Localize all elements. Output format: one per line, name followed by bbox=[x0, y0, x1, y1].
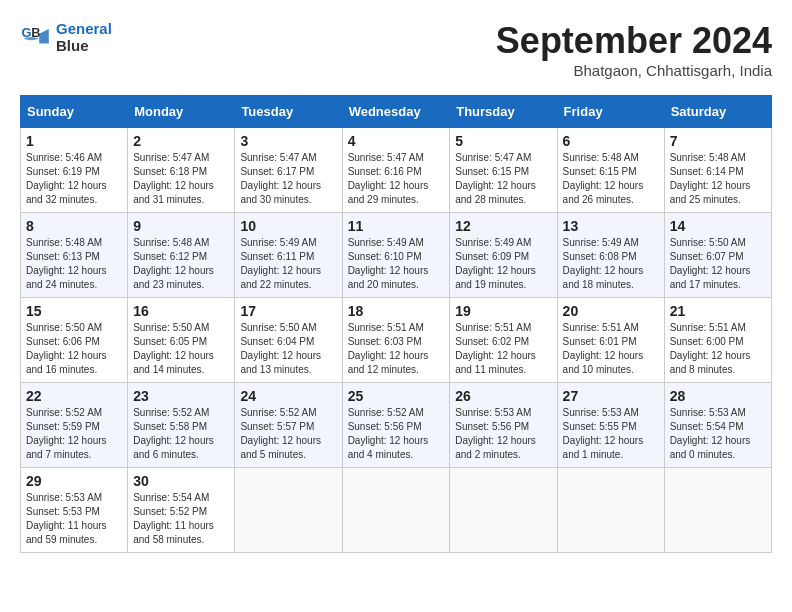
calendar-cell: 22Sunrise: 5:52 AM Sunset: 5:59 PM Dayli… bbox=[21, 383, 128, 468]
calendar-cell: 24Sunrise: 5:52 AM Sunset: 5:57 PM Dayli… bbox=[235, 383, 342, 468]
calendar-cell: 17Sunrise: 5:50 AM Sunset: 6:04 PM Dayli… bbox=[235, 298, 342, 383]
calendar-week-1: 1Sunrise: 5:46 AM Sunset: 6:19 PM Daylig… bbox=[21, 128, 772, 213]
calendar-cell: 3Sunrise: 5:47 AM Sunset: 6:17 PM Daylig… bbox=[235, 128, 342, 213]
calendar-cell: 28Sunrise: 5:53 AM Sunset: 5:54 PM Dayli… bbox=[664, 383, 771, 468]
calendar-cell: 6Sunrise: 5:48 AM Sunset: 6:15 PM Daylig… bbox=[557, 128, 664, 213]
cell-info: Sunrise: 5:51 AM Sunset: 6:01 PM Dayligh… bbox=[563, 321, 659, 377]
calendar-cell: 10Sunrise: 5:49 AM Sunset: 6:11 PM Dayli… bbox=[235, 213, 342, 298]
calendar-cell: 30Sunrise: 5:54 AM Sunset: 5:52 PM Dayli… bbox=[128, 468, 235, 553]
calendar-cell: 11Sunrise: 5:49 AM Sunset: 6:10 PM Dayli… bbox=[342, 213, 450, 298]
cell-info: Sunrise: 5:50 AM Sunset: 6:05 PM Dayligh… bbox=[133, 321, 229, 377]
column-header-sunday: Sunday bbox=[21, 96, 128, 128]
cell-info: Sunrise: 5:50 AM Sunset: 6:06 PM Dayligh… bbox=[26, 321, 122, 377]
cell-info: Sunrise: 5:49 AM Sunset: 6:11 PM Dayligh… bbox=[240, 236, 336, 292]
day-number: 7 bbox=[670, 133, 766, 149]
cell-info: Sunrise: 5:53 AM Sunset: 5:53 PM Dayligh… bbox=[26, 491, 122, 547]
day-number: 9 bbox=[133, 218, 229, 234]
cell-info: Sunrise: 5:48 AM Sunset: 6:12 PM Dayligh… bbox=[133, 236, 229, 292]
cell-info: Sunrise: 5:48 AM Sunset: 6:13 PM Dayligh… bbox=[26, 236, 122, 292]
day-number: 23 bbox=[133, 388, 229, 404]
day-number: 6 bbox=[563, 133, 659, 149]
calendar-cell: 23Sunrise: 5:52 AM Sunset: 5:58 PM Dayli… bbox=[128, 383, 235, 468]
day-number: 1 bbox=[26, 133, 122, 149]
cell-info: Sunrise: 5:49 AM Sunset: 6:09 PM Dayligh… bbox=[455, 236, 551, 292]
calendar-cell: 9Sunrise: 5:48 AM Sunset: 6:12 PM Daylig… bbox=[128, 213, 235, 298]
calendar-cell: 26Sunrise: 5:53 AM Sunset: 5:56 PM Dayli… bbox=[450, 383, 557, 468]
calendar-cell: 25Sunrise: 5:52 AM Sunset: 5:56 PM Dayli… bbox=[342, 383, 450, 468]
day-number: 25 bbox=[348, 388, 445, 404]
cell-info: Sunrise: 5:47 AM Sunset: 6:18 PM Dayligh… bbox=[133, 151, 229, 207]
day-number: 26 bbox=[455, 388, 551, 404]
cell-info: Sunrise: 5:48 AM Sunset: 6:15 PM Dayligh… bbox=[563, 151, 659, 207]
day-number: 19 bbox=[455, 303, 551, 319]
calendar-cell bbox=[235, 468, 342, 553]
calendar-cell bbox=[557, 468, 664, 553]
column-header-monday: Monday bbox=[128, 96, 235, 128]
day-number: 24 bbox=[240, 388, 336, 404]
calendar-cell: 18Sunrise: 5:51 AM Sunset: 6:03 PM Dayli… bbox=[342, 298, 450, 383]
logo-text: General Blue bbox=[56, 20, 112, 54]
cell-info: Sunrise: 5:46 AM Sunset: 6:19 PM Dayligh… bbox=[26, 151, 122, 207]
cell-info: Sunrise: 5:51 AM Sunset: 6:02 PM Dayligh… bbox=[455, 321, 551, 377]
cell-info: Sunrise: 5:52 AM Sunset: 5:58 PM Dayligh… bbox=[133, 406, 229, 462]
cell-info: Sunrise: 5:47 AM Sunset: 6:15 PM Dayligh… bbox=[455, 151, 551, 207]
calendar-cell: 4Sunrise: 5:47 AM Sunset: 6:16 PM Daylig… bbox=[342, 128, 450, 213]
calendar-cell: 2Sunrise: 5:47 AM Sunset: 6:18 PM Daylig… bbox=[128, 128, 235, 213]
calendar-cell: 14Sunrise: 5:50 AM Sunset: 6:07 PM Dayli… bbox=[664, 213, 771, 298]
calendar-cell: 19Sunrise: 5:51 AM Sunset: 6:02 PM Dayli… bbox=[450, 298, 557, 383]
calendar-cell: 16Sunrise: 5:50 AM Sunset: 6:05 PM Dayli… bbox=[128, 298, 235, 383]
calendar-week-4: 22Sunrise: 5:52 AM Sunset: 5:59 PM Dayli… bbox=[21, 383, 772, 468]
logo: G B General Blue bbox=[20, 20, 112, 54]
calendar-cell: 29Sunrise: 5:53 AM Sunset: 5:53 PM Dayli… bbox=[21, 468, 128, 553]
calendar-cell: 20Sunrise: 5:51 AM Sunset: 6:01 PM Dayli… bbox=[557, 298, 664, 383]
cell-info: Sunrise: 5:51 AM Sunset: 6:03 PM Dayligh… bbox=[348, 321, 445, 377]
calendar-cell bbox=[450, 468, 557, 553]
column-header-tuesday: Tuesday bbox=[235, 96, 342, 128]
calendar: SundayMondayTuesdayWednesdayThursdayFrid… bbox=[20, 95, 772, 553]
day-number: 14 bbox=[670, 218, 766, 234]
cell-info: Sunrise: 5:54 AM Sunset: 5:52 PM Dayligh… bbox=[133, 491, 229, 547]
calendar-cell: 5Sunrise: 5:47 AM Sunset: 6:15 PM Daylig… bbox=[450, 128, 557, 213]
day-number: 30 bbox=[133, 473, 229, 489]
day-number: 21 bbox=[670, 303, 766, 319]
calendar-cell: 8Sunrise: 5:48 AM Sunset: 6:13 PM Daylig… bbox=[21, 213, 128, 298]
page-header: G B General Blue September 2024 Bhatgaon… bbox=[20, 20, 772, 79]
cell-info: Sunrise: 5:47 AM Sunset: 6:16 PM Dayligh… bbox=[348, 151, 445, 207]
title-section: September 2024 Bhatgaon, Chhattisgarh, I… bbox=[496, 20, 772, 79]
calendar-cell: 27Sunrise: 5:53 AM Sunset: 5:55 PM Dayli… bbox=[557, 383, 664, 468]
calendar-header-row: SundayMondayTuesdayWednesdayThursdayFrid… bbox=[21, 96, 772, 128]
cell-info: Sunrise: 5:47 AM Sunset: 6:17 PM Dayligh… bbox=[240, 151, 336, 207]
day-number: 8 bbox=[26, 218, 122, 234]
calendar-cell bbox=[664, 468, 771, 553]
column-header-thursday: Thursday bbox=[450, 96, 557, 128]
cell-info: Sunrise: 5:49 AM Sunset: 6:10 PM Dayligh… bbox=[348, 236, 445, 292]
cell-info: Sunrise: 5:52 AM Sunset: 5:57 PM Dayligh… bbox=[240, 406, 336, 462]
day-number: 28 bbox=[670, 388, 766, 404]
logo-icon: G B bbox=[20, 21, 52, 53]
calendar-cell: 7Sunrise: 5:48 AM Sunset: 6:14 PM Daylig… bbox=[664, 128, 771, 213]
cell-info: Sunrise: 5:53 AM Sunset: 5:56 PM Dayligh… bbox=[455, 406, 551, 462]
cell-info: Sunrise: 5:52 AM Sunset: 5:56 PM Dayligh… bbox=[348, 406, 445, 462]
day-number: 15 bbox=[26, 303, 122, 319]
day-number: 2 bbox=[133, 133, 229, 149]
column-header-wednesday: Wednesday bbox=[342, 96, 450, 128]
day-number: 27 bbox=[563, 388, 659, 404]
day-number: 22 bbox=[26, 388, 122, 404]
calendar-week-2: 8Sunrise: 5:48 AM Sunset: 6:13 PM Daylig… bbox=[21, 213, 772, 298]
day-number: 13 bbox=[563, 218, 659, 234]
column-header-friday: Friday bbox=[557, 96, 664, 128]
day-number: 20 bbox=[563, 303, 659, 319]
calendar-week-3: 15Sunrise: 5:50 AM Sunset: 6:06 PM Dayli… bbox=[21, 298, 772, 383]
calendar-week-5: 29Sunrise: 5:53 AM Sunset: 5:53 PM Dayli… bbox=[21, 468, 772, 553]
day-number: 10 bbox=[240, 218, 336, 234]
cell-info: Sunrise: 5:50 AM Sunset: 6:04 PM Dayligh… bbox=[240, 321, 336, 377]
day-number: 16 bbox=[133, 303, 229, 319]
day-number: 5 bbox=[455, 133, 551, 149]
day-number: 29 bbox=[26, 473, 122, 489]
calendar-cell: 12Sunrise: 5:49 AM Sunset: 6:09 PM Dayli… bbox=[450, 213, 557, 298]
calendar-cell bbox=[342, 468, 450, 553]
cell-info: Sunrise: 5:53 AM Sunset: 5:55 PM Dayligh… bbox=[563, 406, 659, 462]
day-number: 17 bbox=[240, 303, 336, 319]
cell-info: Sunrise: 5:53 AM Sunset: 5:54 PM Dayligh… bbox=[670, 406, 766, 462]
cell-info: Sunrise: 5:51 AM Sunset: 6:00 PM Dayligh… bbox=[670, 321, 766, 377]
